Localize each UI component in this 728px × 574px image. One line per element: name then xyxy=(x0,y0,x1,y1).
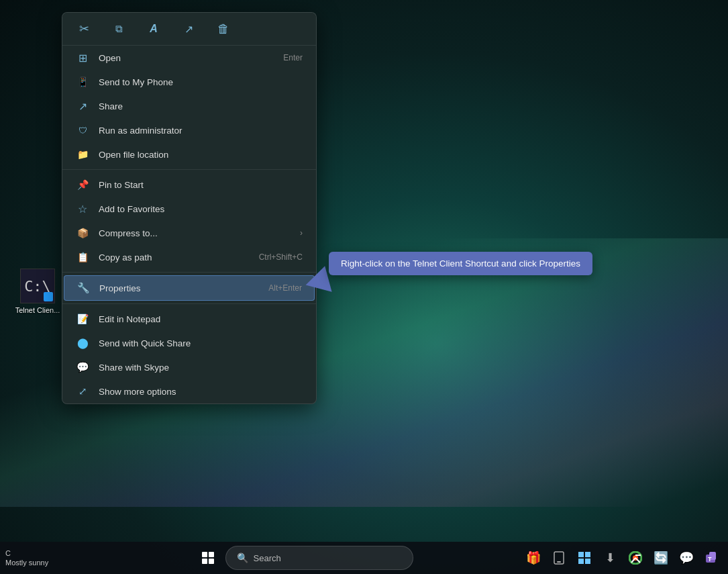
taskbar-center: 🔍 Search xyxy=(86,546,523,570)
menu-item-show-more-options[interactable]: ⤢ Show more options xyxy=(62,379,316,403)
menu-item-compress-label: Compress to... xyxy=(99,228,291,238)
menu-item-properties-label: Properties xyxy=(99,283,259,293)
separator-2 xyxy=(62,272,316,273)
svg-rect-3 xyxy=(585,552,590,557)
notepad-icon: 📝 xyxy=(76,312,89,326)
desktop-icon-image: C:\ xyxy=(20,269,55,303)
menu-item-run-as-admin[interactable]: 🛡 Run as administrator xyxy=(62,118,316,142)
teams-icon[interactable]: T xyxy=(701,547,723,569)
menu-item-more-options-label: Show more options xyxy=(99,387,303,397)
search-label: Search xyxy=(254,553,281,563)
cut-icon[interactable]: ✂ xyxy=(73,18,95,40)
desktop-icon-label: Telnet Clien... xyxy=(15,306,60,314)
taskbar-right: 🎁 ⬇ xyxy=(523,547,723,569)
menu-item-compress-to[interactable]: 📦 Compress to... › xyxy=(62,221,316,245)
svg-rect-4 xyxy=(578,559,584,564)
menu-item-copy-path-label: Copy as path xyxy=(99,252,250,262)
star-icon: ☆ xyxy=(76,202,89,216)
delete-icon[interactable]: 🗑 xyxy=(213,18,234,40)
menu-item-properties[interactable]: 🔧 Properties Alt+Enter xyxy=(64,275,315,301)
share-icon: ↗ xyxy=(76,99,89,113)
compress-icon: 📦 xyxy=(76,226,89,240)
separator-1 xyxy=(62,169,316,170)
phone-icon: 📱 xyxy=(76,75,89,89)
windows-second-icon[interactable] xyxy=(574,547,595,569)
context-menu-toolbar: ✂ ⧉ A ↗ 🗑 xyxy=(62,13,316,46)
menu-item-share[interactable]: ↗ Share xyxy=(62,94,316,118)
search-icon: 🔍 xyxy=(237,553,248,563)
search-bar[interactable]: 🔍 Search xyxy=(225,546,413,570)
open-shortcut: Enter xyxy=(283,53,303,62)
skype-icon: 💬 xyxy=(76,361,89,374)
menu-item-open[interactable]: ⊞ Open Enter xyxy=(62,46,316,70)
weather-temp: C xyxy=(5,548,48,558)
svg-rect-1 xyxy=(557,561,561,563)
taskbar: C Mostly sunny 🔍 Search 🎁 xyxy=(0,542,728,574)
submenu-arrow: › xyxy=(300,228,303,238)
menu-item-share-label: Share xyxy=(99,101,303,111)
context-menu: ✂ ⧉ A ↗ 🗑 ⊞ Open Enter 📱 Send to My Phon… xyxy=(62,12,317,404)
menu-item-copy-as-path[interactable]: 📋 Copy as path Ctrl+Shift+C xyxy=(62,245,316,269)
tooltip-callout: Right-click on the Telnet Client Shortcu… xyxy=(329,252,592,275)
menu-item-edit-notepad[interactable]: 📝 Edit in Notepad xyxy=(62,307,316,331)
properties-icon: 🔧 xyxy=(76,281,90,295)
weather-condition: Mostly sunny xyxy=(5,558,48,567)
more-options-icon: ⤢ xyxy=(76,385,89,398)
svg-rect-5 xyxy=(585,559,590,564)
copy-path-shortcut: Ctrl+Shift+C xyxy=(259,252,303,262)
menu-item-quick-share[interactable]: ⬤ Send with Quick Share xyxy=(62,331,316,355)
quick-share-icon: ⬤ xyxy=(76,336,89,350)
device-icon[interactable] xyxy=(548,547,570,569)
menu-item-quick-share-label: Send with Quick Share xyxy=(99,338,303,348)
separator-3 xyxy=(62,303,316,304)
menu-item-open-label: Open xyxy=(99,53,274,63)
properties-shortcut: Alt+Enter xyxy=(268,283,302,293)
taskbar-left: C Mostly sunny xyxy=(5,548,86,568)
chrome-icon[interactable] xyxy=(625,547,646,569)
menu-item-favorites-label: Add to Favorites xyxy=(99,204,303,214)
copy-path-icon: 📋 xyxy=(76,250,89,264)
menu-item-skype-label: Share with Skype xyxy=(99,363,303,373)
weather-widget[interactable]: C Mostly sunny xyxy=(5,548,48,568)
menu-item-open-file-location[interactable]: 📁 Open file location xyxy=(62,142,316,166)
start-button[interactable] xyxy=(196,546,220,570)
menu-item-admin-label: Run as administrator xyxy=(99,126,303,136)
menu-item-add-to-favorites[interactable]: ☆ Add to Favorites xyxy=(62,197,316,221)
copy-icon[interactable]: ⧉ xyxy=(108,18,129,40)
tooltip-text: Right-click on the Telnet Client Shortcu… xyxy=(341,258,580,269)
folder-icon: 📁 xyxy=(76,148,89,161)
menu-item-phone-label: Send to My Phone xyxy=(99,77,303,87)
menu-item-notepad-label: Edit in Notepad xyxy=(99,314,303,324)
menu-item-file-location-label: Open file location xyxy=(99,150,303,160)
svg-rect-2 xyxy=(578,552,584,557)
menu-item-pin-label: Pin to Start xyxy=(99,180,303,190)
whatsapp-icon[interactable]: 💬 xyxy=(676,547,697,569)
gift-icon[interactable]: 🎁 xyxy=(523,547,544,569)
open-icon: ⊞ xyxy=(76,51,89,64)
rename-icon[interactable]: A xyxy=(143,18,164,40)
desktop-icon-telnet[interactable]: C:\ Telnet Clien... xyxy=(13,269,62,314)
admin-icon: 🛡 xyxy=(76,124,89,137)
pin-icon: 📌 xyxy=(76,178,89,191)
windows-icon xyxy=(202,552,214,564)
download-icon[interactable]: ⬇ xyxy=(599,547,621,569)
sync-icon[interactable]: 🔄 xyxy=(650,547,672,569)
share-icon-toolbar[interactable]: ↗ xyxy=(178,18,199,40)
menu-item-share-skype[interactable]: 💬 Share with Skype xyxy=(62,355,316,379)
menu-item-send-to-phone[interactable]: 📱 Send to My Phone xyxy=(62,70,316,94)
svg-text:T: T xyxy=(708,556,712,563)
menu-item-pin-to-start[interactable]: 📌 Pin to Start xyxy=(62,173,316,197)
